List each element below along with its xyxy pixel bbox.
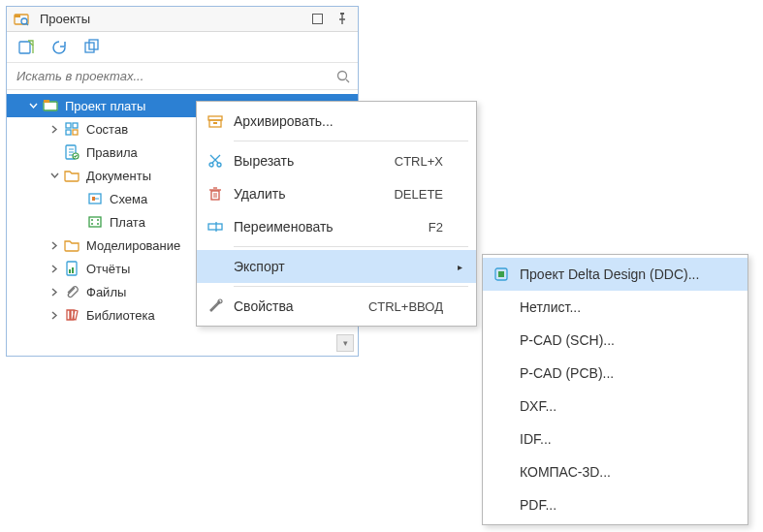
- menu-label: Проект Delta Design (DDC)...: [520, 266, 734, 282]
- submenu-spacer-icon: [493, 496, 510, 514]
- panel-header: Проекты: [7, 7, 358, 32]
- svg-rect-17: [73, 130, 78, 135]
- svg-rect-36: [213, 122, 217, 124]
- svg-rect-1: [15, 15, 20, 17]
- folder-icon: [63, 167, 80, 184]
- menu-archive[interactable]: Архивировать...: [197, 105, 476, 138]
- rename-icon: [207, 218, 224, 235]
- submenu-spacer-icon: [493, 298, 510, 316]
- scissors-icon: [207, 152, 224, 170]
- submenu-spacer-icon: [493, 430, 510, 448]
- menu-label: Свойства: [234, 298, 359, 314]
- submenu-dxf[interactable]: DXF...: [483, 390, 747, 422]
- svg-line-10: [346, 79, 349, 82]
- svg-point-9: [338, 71, 347, 79]
- menu-label: DXF...: [520, 398, 734, 414]
- submenu-spacer-icon: [493, 364, 510, 382]
- menu-label: Нетлист...: [520, 299, 734, 315]
- toolbar: [7, 32, 358, 63]
- new-project-button[interactable]: [16, 38, 36, 57]
- context-menu: Архивировать... Вырезать CTRL+X Удалить …: [196, 101, 477, 327]
- schema-icon: [86, 190, 104, 207]
- svg-point-29: [91, 223, 93, 225]
- svg-point-27: [91, 219, 93, 221]
- chevron-right-icon[interactable]: [48, 308, 61, 322]
- menu-properties[interactable]: Свойства CTRL+ВВОД: [197, 290, 476, 323]
- menu-label: КОМПАС-3D...: [520, 464, 734, 480]
- board-icon: [86, 213, 104, 231]
- svg-point-28: [97, 219, 99, 221]
- chevron-right-icon: ▸: [453, 262, 462, 272]
- chevron-right-icon[interactable]: [48, 262, 61, 275]
- report-icon: [63, 260, 80, 277]
- svg-rect-14: [66, 123, 71, 128]
- refresh-button[interactable]: [49, 38, 69, 57]
- archive-icon: [207, 112, 224, 130]
- svg-rect-24: [92, 197, 95, 201]
- menu-label: IDF...: [520, 431, 734, 447]
- folder-icon: [63, 236, 80, 254]
- menu-separator: [234, 286, 468, 287]
- scroll-down-button[interactable]: ▾: [336, 334, 354, 352]
- search-row: [7, 63, 358, 90]
- svg-rect-32: [69, 269, 71, 273]
- menu-label: Удалить: [234, 186, 384, 202]
- svg-rect-15: [73, 123, 78, 128]
- svg-rect-13: [44, 100, 49, 103]
- submenu-pcad-pcb[interactable]: P-CAD (PCB)...: [483, 357, 747, 390]
- svg-rect-44: [208, 224, 222, 230]
- search-icon[interactable]: [336, 70, 350, 83]
- properties-icon: [207, 297, 224, 315]
- projects-icon: [13, 11, 30, 28]
- menu-label: Переименовать: [234, 219, 419, 235]
- menu-label: P-CAD (SCH)...: [520, 332, 734, 348]
- board-project-icon: [42, 97, 59, 114]
- submenu-netlist[interactable]: Нетлист...: [483, 291, 747, 324]
- attachment-icon: [63, 283, 80, 300]
- chevron-down-icon[interactable]: [26, 99, 40, 112]
- svg-rect-11: [44, 102, 57, 110]
- menu-export[interactable]: Экспорт ▸: [197, 250, 476, 283]
- svg-rect-5: [340, 13, 344, 15]
- svg-rect-4: [312, 15, 322, 24]
- submenu-spacer-icon: [493, 397, 510, 415]
- search-input[interactable]: [15, 68, 336, 84]
- panel-title-wrap: Проекты: [13, 11, 302, 28]
- restore-button[interactable]: [307, 10, 327, 29]
- menu-label: P-CAD (PCB)...: [520, 365, 734, 381]
- pin-button[interactable]: [333, 10, 352, 29]
- menu-cut[interactable]: Вырезать CTRL+X: [197, 144, 476, 177]
- submenu-spacer-icon: [493, 331, 510, 349]
- svg-rect-33: [72, 267, 74, 273]
- collapse-all-button[interactable]: [82, 38, 102, 57]
- svg-rect-26: [89, 217, 101, 227]
- menu-rename[interactable]: Переименовать F2: [197, 210, 476, 243]
- composition-icon: [63, 120, 80, 138]
- svg-point-38: [217, 163, 221, 167]
- menu-separator: [234, 141, 468, 141]
- panel-title: Проекты: [40, 12, 90, 26]
- submenu-spacer-icon: [493, 463, 510, 481]
- chevron-right-icon[interactable]: [48, 285, 61, 298]
- chevron-down-icon[interactable]: [48, 169, 61, 182]
- chevron-right-icon[interactable]: [48, 122, 61, 136]
- menu-delete[interactable]: Удалить DELETE: [197, 177, 476, 210]
- library-icon: [63, 306, 80, 324]
- svg-point-30: [97, 223, 99, 225]
- submenu-idf[interactable]: IDF...: [483, 422, 747, 455]
- svg-rect-16: [66, 130, 71, 135]
- svg-rect-39: [211, 191, 219, 200]
- svg-rect-6: [19, 42, 30, 53]
- submenu-pcad-sch[interactable]: P-CAD (SCH)...: [483, 324, 747, 357]
- submenu-pdf[interactable]: PDF...: [483, 488, 747, 521]
- menu-shortcut: DELETE: [394, 187, 443, 202]
- menu-label: Архивировать...: [234, 113, 443, 129]
- menu-label: PDF...: [520, 497, 734, 513]
- submenu-ddc[interactable]: Проект Delta Design (DDC)...: [483, 258, 747, 291]
- menu-label: Вырезать: [234, 153, 385, 169]
- submenu-kompas[interactable]: КОМПАС-3D...: [483, 455, 747, 488]
- menu-separator: [234, 246, 468, 247]
- menu-shortcut: CTRL+X: [395, 154, 443, 169]
- chevron-right-icon[interactable]: [48, 238, 61, 252]
- svg-point-37: [209, 163, 213, 167]
